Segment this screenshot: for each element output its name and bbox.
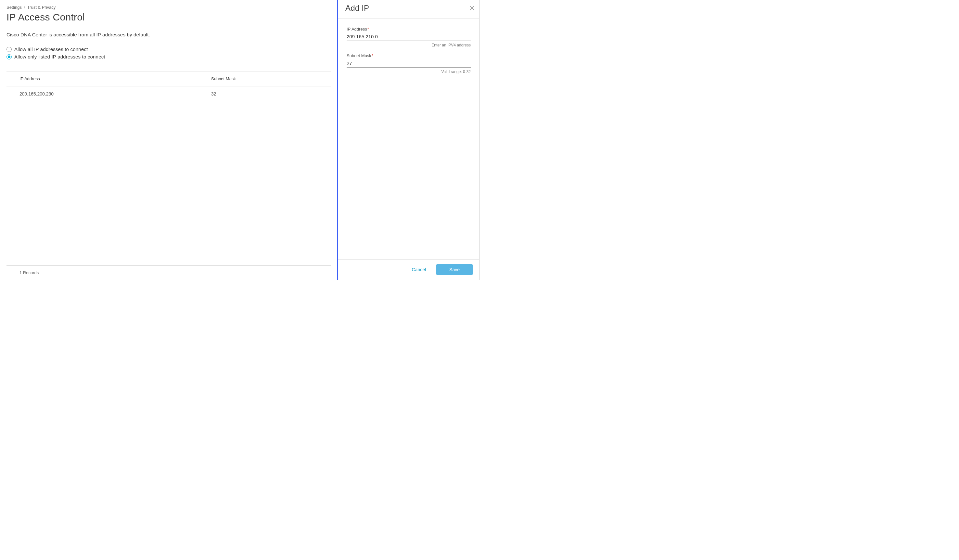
subnet-mask-hint: Valid range: 0-32 — [347, 70, 471, 74]
radio-allow-all[interactable]: Allow all IP addresses to connect — [6, 46, 331, 52]
subnet-mask-label: Subnet Mask* — [347, 53, 471, 58]
radio-group: Allow all IP addresses to connect Allow … — [6, 46, 331, 61]
radio-icon-unselected — [6, 47, 12, 52]
required-asterisk: * — [372, 53, 373, 58]
save-button[interactable]: Save — [436, 264, 473, 275]
th-subnet-mask: Subnet Mask — [211, 76, 331, 81]
add-ip-panel: Add IP IP Address* Enter an IPV4 address… — [337, 0, 479, 280]
breadcrumb: Settings / Trust & Privacy — [6, 5, 331, 10]
breadcrumb-settings[interactable]: Settings — [6, 5, 22, 10]
breadcrumb-trust-privacy[interactable]: Trust & Privacy — [27, 5, 56, 10]
panel-footer: Cancel Save — [338, 259, 479, 280]
app-container: Settings / Trust & Privacy IP Access Con… — [0, 0, 480, 280]
breadcrumb-separator: / — [24, 5, 25, 10]
page-title: IP Access Control — [6, 12, 331, 23]
ip-address-input[interactable] — [347, 32, 471, 41]
panel-header: Add IP — [338, 0, 479, 19]
table-body: 209.165.200.230 32 — [6, 86, 331, 266]
close-button[interactable] — [468, 4, 476, 12]
cancel-button[interactable]: Cancel — [409, 264, 429, 275]
td-ip-address: 209.165.200.230 — [19, 91, 211, 97]
td-subnet-mask: 32 — [211, 91, 331, 97]
ip-address-field: IP Address* Enter an IPV4 address — [347, 27, 471, 48]
page-description: Cisco DNA Center is accessible from all … — [6, 32, 331, 37]
radio-dot-icon — [8, 56, 10, 58]
table-row[interactable]: 209.165.200.230 32 — [6, 86, 331, 101]
panel-body: IP Address* Enter an IPV4 address Subnet… — [338, 19, 479, 259]
radio-allow-listed[interactable]: Allow only listed IP addresses to connec… — [6, 54, 331, 59]
ip-address-label: IP Address* — [347, 27, 471, 32]
main-content: Settings / Trust & Privacy IP Access Con… — [0, 0, 337, 280]
radio-allow-listed-label: Allow only listed IP addresses to connec… — [14, 54, 105, 59]
radio-allow-all-label: Allow all IP addresses to connect — [14, 46, 88, 52]
th-ip-address: IP Address — [19, 76, 211, 81]
table-header: IP Address Subnet Mask — [6, 72, 331, 86]
subnet-mask-input[interactable] — [347, 59, 471, 68]
required-asterisk: * — [367, 27, 369, 32]
ip-address-hint: Enter an IPV4 address — [347, 43, 471, 48]
table-footer: 1 Records — [6, 266, 331, 280]
panel-title: Add IP — [345, 3, 369, 13]
subnet-mask-field: Subnet Mask* Valid range: 0-32 — [347, 53, 471, 74]
radio-icon-selected — [6, 54, 12, 59]
close-icon — [470, 6, 475, 11]
ip-table: IP Address Subnet Mask 209.165.200.230 3… — [6, 71, 331, 280]
